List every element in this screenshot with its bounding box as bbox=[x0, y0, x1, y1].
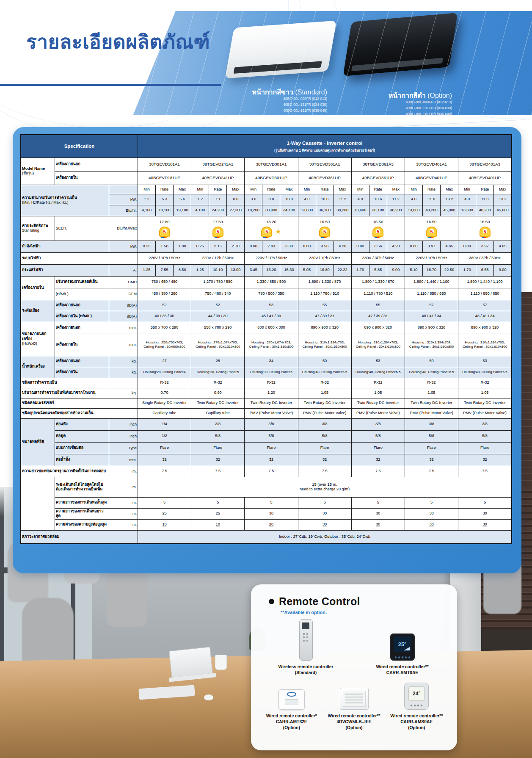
spec-cell: ชนิดอุปกรณ์ลดแรงดันของสารทำความเย็น bbox=[21, 408, 138, 418]
spec-cell: 38TGEVD181A1 bbox=[138, 158, 191, 171]
spec-cell: 30 bbox=[351, 519, 405, 530]
spec-cell: 760 / 650 / 480 bbox=[138, 276, 191, 288]
spec-cell: 4.65 bbox=[494, 241, 512, 252]
spec-cell: Flare bbox=[405, 442, 458, 454]
spec-cell: 5 bbox=[138, 497, 191, 508]
spec-cell: 8.0 bbox=[227, 194, 245, 205]
spec-cell: 4,100 bbox=[138, 205, 155, 216]
spec-cell: 40,200 bbox=[422, 205, 440, 216]
cassette-black-image bbox=[343, 13, 458, 76]
spec-cell: 57 bbox=[458, 300, 512, 311]
spec-cell: ชนิดสารทำความเย็น bbox=[21, 378, 138, 388]
spec-cell: 7.5 bbox=[245, 466, 298, 477]
option-caption: หน้ากากสีดำ (Option) 40BG-00L-099FRB (01… bbox=[380, 91, 452, 117]
spec-row: ความยาวของท่อมาตรฐานการติดตั้งในการทดสอบ… bbox=[21, 466, 512, 477]
spec-cell: 4.0 bbox=[458, 194, 476, 205]
spec-cell: CFM bbox=[109, 288, 138, 300]
spec-cell: Rate bbox=[156, 185, 174, 194]
spec-cell: 890 x 900 x 320 bbox=[298, 322, 351, 334]
amt32e-label-line: Wired remote controller* bbox=[260, 713, 323, 719]
spec-cell: 30 bbox=[458, 508, 512, 519]
spec-cell: 1.70 bbox=[351, 264, 369, 276]
spec-cell: ขนาดภายนอกเครื่อง(HxWxD) bbox=[21, 322, 55, 356]
spec-cell: 1.05 bbox=[405, 388, 458, 398]
title-underline bbox=[0, 84, 221, 86]
spec-cell: 1-Way Cassette - Inverter control(รุ่นฝั… bbox=[138, 135, 512, 158]
spec-row: Model Name(ชื่อรุ่น)เครื่องภายนอก38TGEVD… bbox=[21, 158, 512, 171]
spec-cell: 2.15 bbox=[209, 241, 227, 252]
spec-cell: R-32 bbox=[405, 378, 458, 388]
spec-cell: 19,100 bbox=[174, 205, 191, 216]
spec-cell: 38,200 bbox=[334, 205, 351, 216]
spec-cell: 36,100 bbox=[316, 205, 334, 216]
spec-cell: Housing : 310x1,394x703,Ceiling Panel : … bbox=[298, 334, 351, 356]
spec-cell: 10.6 bbox=[316, 194, 334, 205]
spec-cell: 890 x 900 x 320 bbox=[405, 322, 458, 334]
option-model-list-line: 40BG-00L-131FRB (024-030) bbox=[380, 105, 452, 111]
spec-cell: 11.8 bbox=[422, 194, 440, 205]
spec-cell: Max bbox=[227, 185, 245, 194]
spec-cell: 1.25 bbox=[138, 264, 155, 276]
spec-cell: 4.0 bbox=[298, 194, 316, 205]
spec-cell: 380V / 3Ph / 50Hz bbox=[458, 252, 512, 264]
remote-item-4dvcw58: Wired remote controller**4DVCW58-B-JEE(O… bbox=[323, 688, 386, 731]
spec-cell: 24,200 bbox=[209, 205, 227, 216]
spec-cell: 13.20 bbox=[262, 264, 280, 276]
spec-cell: PMV (Pulse Motor Valve) bbox=[298, 408, 351, 418]
spec-cell: Max bbox=[494, 185, 512, 194]
spec-cell: kg. bbox=[109, 388, 138, 398]
spec-cell: Flare bbox=[191, 442, 245, 454]
spec-cell: 50 bbox=[298, 356, 351, 367]
spec-cell: Twin Rotary DC-Inverter bbox=[245, 398, 298, 408]
spec-cell: PMV (Pulse Motor Valve) bbox=[405, 408, 458, 418]
spec-cell bbox=[109, 185, 138, 194]
spec-cell: ระบบไฟฟ้า bbox=[21, 252, 109, 264]
remote-item-amt0ae: 25° Wired remote controller**CARR-AMT0AE bbox=[367, 634, 438, 676]
spec-cell: 220V / 1Ph / 50Hz bbox=[245, 252, 298, 264]
spec-cell: 1.58 bbox=[156, 241, 174, 252]
spec-cell: 0.80 bbox=[405, 241, 422, 252]
spec-cell: 30 bbox=[245, 508, 298, 519]
spec-row: น้ำหนักเครื่องเครื่องภายนอกkg.2728345053… bbox=[21, 356, 512, 367]
spec-cell: Twin Rotary DC-Inverter bbox=[458, 398, 512, 408]
spec-row: ระดับเสียงเครื่องภายนอกdB(A)525253555557… bbox=[21, 300, 512, 311]
spec-cell: Housing:38, Ceiling Panel:5 bbox=[191, 367, 245, 378]
spec-row: ค่าประสิทธิภาพStar ratingSEER.Btu/hr./Wa… bbox=[21, 216, 512, 241]
amt0ae-label: Wired remote controller**CARR-AMT0AE bbox=[367, 664, 438, 676]
spec-cell: 10,200 bbox=[245, 205, 262, 216]
spec-cell: Housing : 310x1,394x703,Ceiling Panel : … bbox=[458, 334, 512, 356]
spec-cell: kW. bbox=[109, 241, 138, 252]
spec-cell: 16.80 bbox=[316, 264, 334, 276]
spec-cell: 3/8 bbox=[298, 418, 351, 430]
seer-cell: 16.505 bbox=[351, 216, 405, 241]
wireless-remote-image bbox=[299, 619, 313, 661]
spec-cell: 13.2 bbox=[494, 194, 512, 205]
spec-cell: 45,000 bbox=[494, 205, 512, 216]
spec-cell: 32 bbox=[458, 454, 512, 466]
spec-cell: A. bbox=[109, 264, 138, 276]
spec-cell: 40BGEVD181UP bbox=[138, 171, 191, 185]
spec-cell: 9.00 bbox=[387, 264, 405, 276]
spec-cell: 5.3 bbox=[156, 194, 174, 205]
spec-cell: 15.30 bbox=[280, 264, 298, 276]
spec-cell: 5 bbox=[351, 497, 405, 508]
spec-cell: เครื่องภายใน bbox=[55, 171, 138, 185]
spec-cell: Rate bbox=[316, 185, 334, 194]
spec-cell: เครื่องภายใน bbox=[55, 334, 109, 356]
spec-cell: 30 bbox=[298, 519, 351, 530]
spec-cell: 11.8 bbox=[476, 194, 494, 205]
spec-row: ความสามารถในการทำความเย็น(Min. Hz/Rate H… bbox=[21, 185, 512, 194]
option-model-list-line: 40BG-00L-161FRB (036-040) bbox=[380, 111, 452, 117]
spec-cell: 4.0 bbox=[351, 194, 369, 205]
spec-cell: ค่าประสิทธิภาพStar rating bbox=[21, 216, 55, 241]
remote-control-heading: Remote Control bbox=[269, 595, 457, 608]
remote-item-wireless: Wireless remote controller(Standard) bbox=[270, 619, 342, 676]
spec-cell: 52 bbox=[191, 300, 245, 311]
spec-cell: 1.25 bbox=[191, 264, 209, 276]
spec-cell: ปริมาตรลมผ่านคอยล์เย็น bbox=[55, 276, 109, 288]
spec-cell: Housing:48, Ceiling Panel:6.5 bbox=[458, 367, 512, 378]
spec-row: ท่อดูดInch1/25/85/85/85/85/85/8 bbox=[21, 430, 512, 442]
spec-cell: 220V / 1Ph / 50Hz bbox=[298, 252, 351, 264]
spec-cell: 30 bbox=[405, 508, 458, 519]
standard-caption-thai: หน้ากากสีขาว bbox=[252, 89, 293, 96]
